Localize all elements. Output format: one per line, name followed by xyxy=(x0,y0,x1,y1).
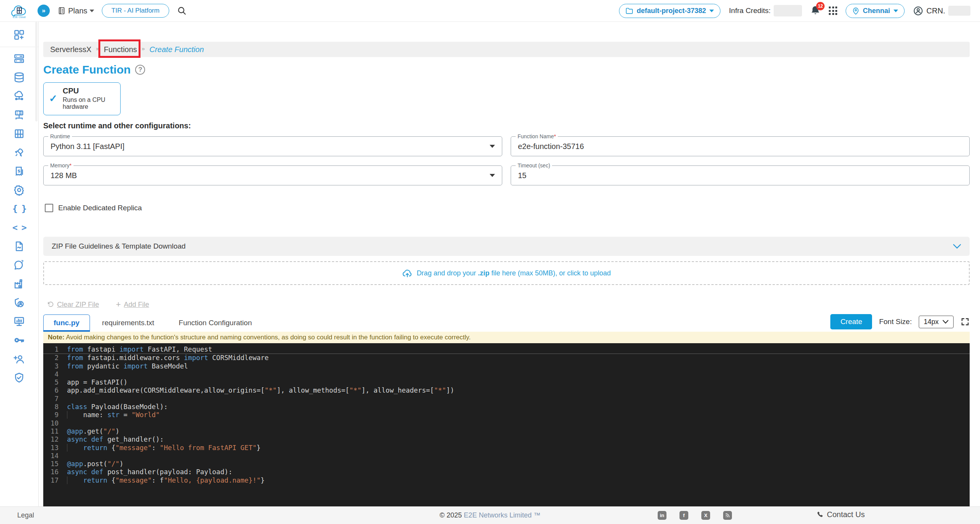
cpu-hardware-card[interactable]: ✓ CPU Runs on a CPU hardware xyxy=(43,82,121,115)
code-line: 14 xyxy=(43,452,970,460)
breadcrumb-serverlessx[interactable]: ServerlessX xyxy=(50,45,91,54)
legal-link[interactable]: Legal xyxy=(17,511,34,519)
help-icon[interactable]: ? xyxy=(135,65,145,75)
timeout-label: Timeout (sec) xyxy=(516,162,552,169)
infra-credits-label: Infra Credits: xyxy=(729,7,771,15)
sidebar-collapse-button[interactable]: » xyxy=(38,5,50,17)
reset-icon xyxy=(47,301,54,308)
rss-icon[interactable] xyxy=(723,511,732,520)
font-size-label: Font Size: xyxy=(879,318,912,326)
chevron-down-icon xyxy=(490,145,495,148)
sidebar-item-billing[interactable]: $ xyxy=(11,164,27,179)
cloud-upload-icon xyxy=(402,269,413,278)
code-lines: 1from fastapi import FastAPI, Request2fr… xyxy=(43,346,970,485)
crn-label: CRN. xyxy=(926,7,945,15)
footer: Legal © 2025 E2E Networks Limited ™ in f… xyxy=(0,506,980,524)
tab-func-py[interactable]: func.py xyxy=(43,314,90,332)
plans-menu[interactable]: Plans xyxy=(57,6,94,15)
code-line: 3from pydantic import BaseModel xyxy=(43,362,970,370)
code-line: 15@app.post("/") xyxy=(43,460,970,468)
sidebar-item-settings[interactable] xyxy=(11,182,27,198)
zip-dropzone[interactable]: Drag and drop your .zip file here (max 5… xyxy=(43,261,970,285)
editor-tabs: func.py requirements.txt Function Config… xyxy=(43,314,970,332)
region-selector[interactable]: Chennai xyxy=(846,4,905,18)
sidebar-item-launch-rocket[interactable] xyxy=(11,145,27,160)
plans-label: Plans xyxy=(68,7,87,15)
code-line: 5app = FastAPI() xyxy=(43,378,970,386)
tir-ai-platform-button[interactable]: TIR - AI Platform xyxy=(102,4,169,18)
fullscreen-icon[interactable] xyxy=(960,317,970,326)
plans-icon xyxy=(57,6,66,15)
tab-function-configuration[interactable]: Function Configuration xyxy=(167,314,264,332)
sidebar-item-cloud-network[interactable] xyxy=(11,88,27,104)
tab-requirements-txt[interactable]: requirements.txt xyxy=(90,314,167,332)
memory-select[interactable]: Memory* 128 MB xyxy=(43,165,502,185)
sidebar-item-dashboard[interactable] xyxy=(11,27,27,43)
dedicated-replica-checkbox[interactable] xyxy=(45,204,53,212)
sidebar-item-server-network[interactable] xyxy=(11,107,27,123)
sidebar-item-api-tokens[interactable] xyxy=(11,332,27,348)
code-line: 1from fastapi import FastAPI, Request xyxy=(43,346,970,354)
function-name-field[interactable]: Function Name* e2e-function-35716 xyxy=(511,136,970,156)
folder-icon xyxy=(626,7,633,14)
crn-account[interactable]: CRN. xyxy=(913,6,970,16)
zip-guidelines-label: ZIP File Guidelines & Template Download xyxy=(52,242,186,251)
e2e-cloud-logo[interactable]: E2E Cloud xyxy=(8,3,30,18)
note-text: Avoid making changes to the function's s… xyxy=(64,334,470,341)
breadcrumb-separator: » xyxy=(96,45,99,52)
code-line: 4 xyxy=(43,370,970,378)
breadcrumb: ServerlessX » Functions » Create Functio… xyxy=(43,42,970,57)
project-selector[interactable]: default-project-37382 xyxy=(619,4,720,18)
dropzone-text: Drag and drop your .zip file here (max 5… xyxy=(416,269,611,277)
linkedin-icon[interactable]: in xyxy=(658,511,666,520)
font-size-select[interactable]: 14px xyxy=(919,316,954,328)
location-pin-icon xyxy=(852,7,859,15)
function-name-label: Function Name* xyxy=(516,133,558,139)
contact-us-link[interactable]: Contact Us xyxy=(816,510,865,519)
runtime-select[interactable]: Runtime Python 3.11 [FastAPI] xyxy=(43,136,502,156)
company-link[interactable]: E2E Networks Limited ™ xyxy=(464,511,541,519)
logo-label: E2E Cloud xyxy=(13,16,25,18)
search-icon[interactable] xyxy=(177,6,187,16)
gear-icon xyxy=(13,184,25,196)
function-name-value: e2e-function-35716 xyxy=(518,142,584,151)
runtime-section-label: Select runtime and other configurations: xyxy=(43,121,970,130)
sidebar-item-documents[interactable] xyxy=(11,239,27,254)
breadcrumb-functions[interactable]: Functions xyxy=(104,45,137,54)
plus-icon: + xyxy=(116,300,121,309)
shield-check-icon xyxy=(13,372,25,383)
notification-badge: 12 xyxy=(816,2,825,10)
sidebar-item-factory[interactable] xyxy=(11,276,27,291)
sidebar-item-iam[interactable] xyxy=(11,295,27,310)
sidebar-item-support[interactable]: ? xyxy=(11,257,27,273)
sidebar-item-compute-nodes[interactable] xyxy=(11,51,27,66)
chevron-down-icon xyxy=(893,10,898,12)
x-twitter-icon[interactable]: X xyxy=(701,511,710,520)
facebook-icon[interactable]: f xyxy=(679,511,688,520)
dedicated-replica-option[interactable]: Enable Dedicated Replica xyxy=(45,204,970,212)
top-header: E2E Cloud » Plans TIR - AI Platform xyxy=(0,0,980,22)
dedicated-replica-label: Enable Dedicated Replica xyxy=(58,204,142,212)
main-content: ServerlessX » Functions » Create Functio… xyxy=(39,22,980,506)
sidebar-item-security[interactable] xyxy=(11,370,27,385)
monitor-chart-icon xyxy=(13,316,25,327)
code-line: 9 name: str = "World" xyxy=(43,411,970,419)
clear-zip-button[interactable]: Clear ZIP File xyxy=(47,301,99,309)
apps-grid-icon[interactable] xyxy=(829,7,837,15)
editor-note: Note: Avoid making changes to the functi… xyxy=(43,332,970,343)
code-line: 13 return {"message": "Hello from FastAP… xyxy=(43,444,970,452)
add-file-button[interactable]: + Add File xyxy=(116,300,149,309)
create-button[interactable]: Create xyxy=(830,314,872,329)
zip-guidelines-accordion[interactable]: ZIP File Guidelines & Template Download xyxy=(43,237,970,256)
sidebar-item-monitoring[interactable] xyxy=(11,314,27,329)
sidebar-item-add-user[interactable] xyxy=(11,351,27,367)
code-editor[interactable]: 1from fastapi import FastAPI, Request2fr… xyxy=(43,343,970,506)
sidebar-item-api[interactable]: { } xyxy=(11,201,27,216)
notifications-button[interactable]: 12 xyxy=(810,5,820,16)
sidebar-item-database[interactable] xyxy=(11,70,27,85)
breadcrumb-create-function[interactable]: Create Function xyxy=(149,45,204,54)
sidebar-item-container-registry[interactable] xyxy=(11,126,27,141)
timeout-field[interactable]: Timeout (sec) 15 xyxy=(511,165,970,185)
sidebar-item-code[interactable]: < > xyxy=(11,220,27,235)
add-user-icon xyxy=(13,353,25,365)
